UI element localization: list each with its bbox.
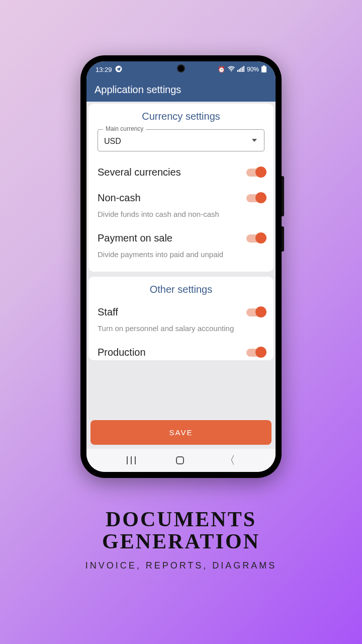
promo-subtitle: INVOICE, REPORTS, DIAGRAMS — [85, 560, 277, 571]
setting-label: Several currencies — [98, 167, 181, 178]
status-time: 13:29 — [96, 66, 112, 73]
svg-rect-5 — [242, 67, 243, 72]
nav-back-button[interactable]: 〈 — [224, 453, 235, 468]
svg-rect-7 — [263, 65, 265, 66]
dropdown-value: USD — [104, 137, 121, 145]
setting-non-cash: Non-cash Divide funds into cash and non-… — [98, 182, 264, 222]
app-bar: Application settings — [86, 77, 276, 102]
svg-point-1 — [231, 70, 232, 71]
setting-desc: Turn on personnel and salary accounting — [98, 324, 264, 333]
setting-production: Production — [98, 337, 264, 358]
main-currency-dropdown[interactable]: Main currency USD — [98, 129, 264, 151]
setting-payment-on-sale: Payment on sale Divide payments into pai… — [98, 222, 264, 263]
non-cash-toggle[interactable] — [246, 194, 264, 202]
production-toggle[interactable] — [246, 349, 264, 357]
other-settings-card: Other settings Staff Turn on personnel a… — [88, 277, 274, 360]
telegram-icon — [115, 65, 122, 74]
currency-section-title: Currency settings — [98, 111, 264, 122]
setting-desc: Divide funds into cash and non-cash — [98, 210, 264, 218]
dropdown-label: Main currency — [103, 125, 146, 132]
svg-rect-2 — [237, 70, 238, 72]
other-section-title: Other settings — [98, 284, 264, 295]
battery-icon — [261, 65, 266, 74]
setting-label: Non-cash — [98, 192, 141, 204]
currency-settings-card: Currency settings Main currency USD Seve… — [88, 104, 274, 272]
android-nav-bar: 〈 — [86, 449, 276, 472]
setting-label: Staff — [98, 306, 118, 318]
svg-rect-8 — [261, 66, 266, 72]
payment-on-sale-toggle[interactable] — [246, 234, 264, 243]
svg-rect-3 — [239, 69, 240, 72]
setting-desc: Divide payments into paid and unpaid — [98, 250, 264, 259]
nav-recent-button[interactable] — [127, 456, 136, 464]
chevron-down-icon — [252, 139, 257, 142]
battery-percent: 90% — [247, 66, 259, 73]
setting-staff: Staff Turn on personnel and salary accou… — [98, 302, 264, 337]
phone-side-button — [282, 226, 284, 252]
several-currencies-toggle[interactable] — [246, 169, 264, 177]
setting-label: Payment on sale — [98, 232, 172, 244]
phone-side-button — [282, 176, 284, 216]
phone-frame: 13:29 ⏰ 90% Application s — [80, 55, 282, 478]
app-bar-title: Application settings — [95, 84, 181, 96]
staff-toggle[interactable] — [246, 308, 264, 316]
promo-title-line2: GENERATION — [85, 530, 277, 552]
alarm-icon: ⏰ — [218, 66, 225, 73]
promo-text: DOCUMENTS GENERATION INVOICE, REPORTS, D… — [85, 508, 277, 571]
camera-cutout — [177, 64, 185, 72]
nav-home-button[interactable] — [176, 456, 184, 464]
setting-label: Production — [98, 347, 146, 358]
promo-title-line1: DOCUMENTS — [85, 508, 277, 530]
wifi-icon — [228, 66, 235, 73]
screen: 13:29 ⏰ 90% Application s — [86, 61, 276, 472]
setting-several-currencies: Several currencies — [98, 156, 264, 182]
svg-rect-6 — [243, 66, 244, 72]
content[interactable]: Currency settings Main currency USD Seve… — [86, 102, 276, 420]
signal-icon — [237, 66, 244, 73]
svg-rect-4 — [240, 68, 241, 72]
save-button[interactable]: SAVE — [90, 420, 272, 445]
